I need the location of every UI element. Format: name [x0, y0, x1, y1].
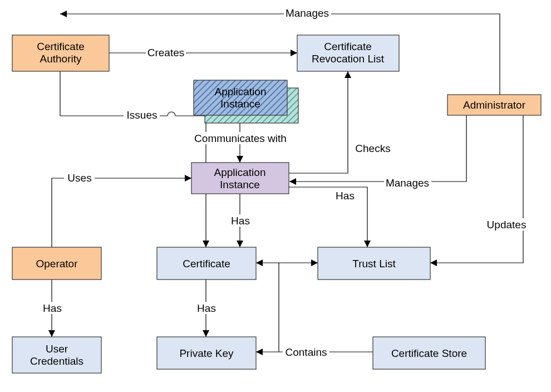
edge-label-contains: Contains [286, 346, 327, 358]
edge-label-uses: Uses [67, 172, 91, 184]
edge-label-has3: Has [43, 302, 62, 314]
edge-label-has2: Has [336, 190, 355, 202]
node-private-key-label: Private Key [179, 347, 234, 359]
edge-label-has4: Has [197, 302, 216, 314]
node-certificate-store-label: Certificate Store [391, 347, 467, 359]
node-user-credentials-label1: User [46, 343, 68, 355]
node-trust-list-label: Trust List [352, 258, 396, 270]
edge-label-communicates: Communicates with [194, 133, 287, 144]
node-operator-label: Operator [36, 258, 78, 270]
node-app-instance-remote-label1: Application [215, 86, 267, 97]
edge-issues-jump [168, 112, 175, 116]
node-app-instance-remote-label2: Instance [220, 98, 260, 110]
node-crl-label1: Certificate [324, 41, 372, 52]
edge-label-checks: Checks [355, 143, 390, 154]
edge-label-manages1: Manages [286, 7, 329, 19]
edge-label-creates: Creates [147, 47, 185, 58]
edge-label-updates: Updates [487, 219, 527, 231]
node-certificate-authority-label1: Certificate [37, 41, 85, 52]
node-administrator-label: Administrator [463, 99, 526, 111]
diagram-canvas: Manages Creates Issues Communicates with… [0, 0, 551, 392]
edge-updates [430, 115, 523, 263]
node-user-credentials-label2: Credentials [30, 355, 83, 367]
edge-contains-cert [256, 263, 279, 352]
edge-label-issues: Issues [127, 109, 158, 121]
node-certificate-authority-label2: Authority [40, 53, 82, 65]
edge-issues [60, 71, 206, 247]
node-crl-label2: Revocation List [312, 53, 385, 65]
edge-label-has1: Has [231, 215, 250, 227]
edge-uses [52, 178, 191, 247]
node-app-instance-label1: Application [214, 166, 266, 178]
node-app-instance-label2: Instance [220, 179, 260, 190]
node-certificate-label: Certificate [183, 258, 230, 270]
edge-label-manages2: Manages [386, 177, 429, 189]
